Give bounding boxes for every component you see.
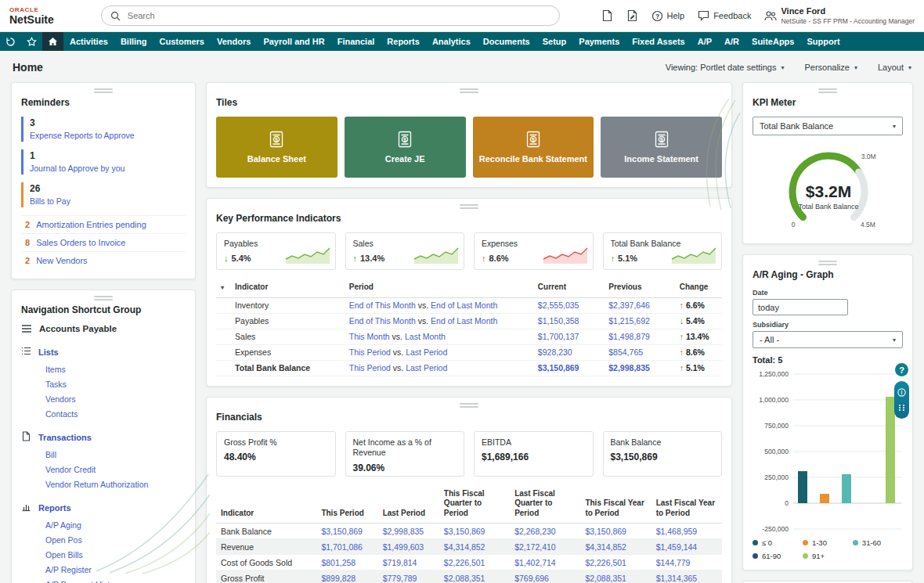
nav-item-activities[interactable]: Activities — [63, 32, 114, 51]
shortcut-link-bill[interactable]: Bill — [21, 447, 186, 462]
reminder-list-item[interactable]: 2Amortization Entries pending — [21, 215, 186, 233]
global-search[interactable] — [101, 5, 560, 26]
nav-item-billing[interactable]: Billing — [114, 32, 153, 51]
amount-link[interactable]: $769,696 — [514, 574, 549, 583]
amount-link[interactable]: $2,226,501 — [585, 558, 626, 567]
amount-link[interactable]: $3,150,869 — [321, 527, 363, 536]
nav-item-fixed-assets[interactable]: Fixed Assets — [626, 32, 691, 51]
netsuite-logo[interactable]: ORACLE NetSuite — [9, 7, 54, 25]
shortcut-link-open-pos[interactable]: Open Pos — [21, 532, 186, 547]
kpi-box-total-bank-balance[interactable]: Total Bank Balance↑5.1% — [603, 232, 723, 270]
amount-link[interactable]: $1,468,959 — [656, 527, 698, 536]
financial-box-net-income-as-a-of-revenue[interactable]: Net Income as a % of Revenue39.06% — [345, 431, 465, 477]
portlet-drag-handle[interactable] — [460, 204, 478, 209]
amount-link[interactable]: $2,172,410 — [514, 542, 556, 552]
shortcut-link-a-p-register[interactable]: A/P Register — [21, 562, 186, 577]
kpi-row-payables[interactable]: PayablesEnd of This Month vs. End of Las… — [216, 313, 722, 329]
period-link[interactable]: End of This Month — [349, 316, 416, 326]
amount-link[interactable]: $801,258 — [321, 558, 356, 567]
amount-link[interactable]: $1,700,137 — [538, 332, 579, 341]
tile-income-statement[interactable]: $Income Statement — [601, 117, 722, 178]
amount-link[interactable]: $4,314,852 — [444, 542, 485, 552]
amount-link[interactable]: $1,459,144 — [656, 542, 698, 552]
column-header-last-fiscal-quarter-to-period[interactable]: Last Fiscal Quarter to Period — [510, 487, 580, 524]
amount-link[interactable]: $3,150,869 — [538, 363, 579, 372]
nav-item-payments[interactable]: Payments — [572, 32, 626, 51]
amount-link[interactable]: $2,088,351 — [444, 574, 485, 583]
nav-item-financial[interactable]: Financial — [331, 32, 381, 51]
amount-link[interactable]: $2,088,351 — [585, 574, 626, 583]
tile-reconcile-bank-statement[interactable]: $Reconcile Bank Statement — [473, 117, 594, 178]
amount-link[interactable]: $4,314,852 — [585, 542, 626, 552]
column-header-indicator[interactable]: Indicator — [230, 280, 345, 297]
amount-link[interactable]: $928,230 — [538, 347, 572, 357]
nav-item-documents[interactable]: Documents — [477, 32, 536, 51]
kpi-meter-select[interactable]: Total Bank Balance ▾ — [753, 117, 903, 135]
nav-item-customers[interactable]: Customers — [153, 32, 211, 51]
nav-item-a-r[interactable]: A/R — [718, 32, 745, 51]
amount-link[interactable]: $3,150,869 — [585, 527, 626, 536]
portlet-drag-handle[interactable] — [94, 296, 113, 300]
shortcut-link-open-bills[interactable]: Open Bills — [21, 547, 186, 562]
period-link[interactable]: This Period — [349, 347, 391, 357]
reminder-link[interactable]: Sales Orders to Invoice — [36, 238, 125, 247]
nav-item-setup[interactable]: Setup — [536, 32, 573, 51]
amount-link[interactable]: $2,998,835 — [608, 363, 650, 372]
financials-row-gross-profit[interactable]: Gross Profit$899,828$779,789$2,088,351$7… — [216, 570, 722, 583]
amount-link[interactable]: $1,498,879 — [608, 332, 650, 341]
period-link[interactable]: End of Last Month — [431, 316, 497, 326]
date-input[interactable] — [753, 299, 848, 315]
period-link[interactable]: This Period — [349, 363, 391, 372]
layout-control[interactable]: Layout ▾ — [878, 63, 911, 72]
tile-create-je[interactable]: $Create JE — [345, 117, 466, 178]
home-tab[interactable] — [42, 32, 63, 51]
feedback-button[interactable]: Feedback — [698, 10, 751, 21]
user-menu[interactable]: Vince Ford NetSuite - SS FF PRM - Accoun… — [764, 6, 915, 25]
financial-box-bank-balance[interactable]: Bank Balance$3,150,869 — [603, 431, 723, 477]
reminder-link[interactable]: Amortization Entries pending — [36, 220, 146, 229]
shortcut-group-header[interactable]: Transactions — [21, 431, 186, 443]
shortcut-group-header[interactable]: Lists — [21, 346, 186, 358]
floating-widget-button[interactable]: i — [894, 381, 909, 419]
portlet-drag-handle[interactable] — [94, 88, 113, 93]
reminder-list-item[interactable]: 8Sales Orders to Invoice — [21, 233, 186, 251]
amount-link[interactable]: $1,402,714 — [514, 558, 556, 567]
shortcut-link-vendor-return-authorization[interactable]: Vendor Return Authorization — [21, 477, 186, 491]
nav-item-payroll-and-hr[interactable]: Payroll and HR — [257, 32, 330, 51]
period-link[interactable]: Last Period — [406, 347, 447, 357]
reminder-list-item[interactable]: 2New Vendors — [21, 251, 186, 269]
shortcut-link-a-p-aging[interactable]: A/P Aging — [21, 517, 186, 532]
reminder-link[interactable]: Journal to Approve by you — [30, 164, 125, 173]
column-header-period[interactable]: Period — [345, 280, 533, 297]
column-header-last-period[interactable]: Last Period — [378, 487, 439, 524]
amount-link[interactable]: $1,314,365 — [656, 574, 698, 583]
kpi-row-sales[interactable]: SalesThis Month vs. Last Month$1,700,137… — [216, 329, 722, 344]
amount-link[interactable]: $719,814 — [383, 558, 417, 567]
nav-item-support[interactable]: Support — [800, 32, 846, 51]
portlet-drag-handle[interactable] — [460, 88, 478, 93]
period-link[interactable]: End of This Month — [349, 300, 416, 310]
portlet-drag-handle[interactable] — [818, 261, 837, 265]
period-link[interactable]: Last Month — [405, 332, 446, 341]
column-header-this-fiscal-quarter-to-period[interactable]: This Fiscal Quarter to Period — [439, 487, 510, 524]
amount-link[interactable]: $779,789 — [383, 574, 417, 583]
nav-item-suiteapps[interactable]: SuiteApps — [745, 32, 800, 51]
personalize-control[interactable]: Personalize ▾ — [804, 63, 857, 72]
amount-link[interactable]: $144,779 — [656, 558, 691, 567]
nav-item-reports[interactable]: Reports — [381, 32, 426, 51]
amount-link[interactable]: $1,215,692 — [608, 316, 650, 326]
amount-link[interactable]: $854,765 — [608, 347, 643, 357]
recent-history-button[interactable] — [0, 32, 21, 51]
amount-link[interactable]: $1,150,358 — [538, 316, 579, 326]
financial-box-ebitda[interactable]: EBITDA$1,689,166 — [474, 431, 594, 477]
period-link[interactable]: End of Last Month — [431, 300, 497, 310]
kpi-box-sales[interactable]: Sales↑13.4% — [345, 232, 465, 270]
reminder-link[interactable]: New Vendors — [36, 256, 87, 265]
column-header-this-fiscal-year-to-period[interactable]: This Fiscal Year to Period — [580, 487, 651, 524]
reminder-link[interactable]: Expense Reports to Approve — [30, 131, 135, 140]
recent-records-button[interactable] — [601, 9, 613, 22]
nav-item-vendors[interactable]: Vendors — [211, 32, 257, 51]
floating-help-button[interactable]: ? — [895, 363, 908, 376]
column-header-change[interactable]: Change — [675, 280, 722, 297]
period-link[interactable]: Last Period — [406, 363, 447, 372]
